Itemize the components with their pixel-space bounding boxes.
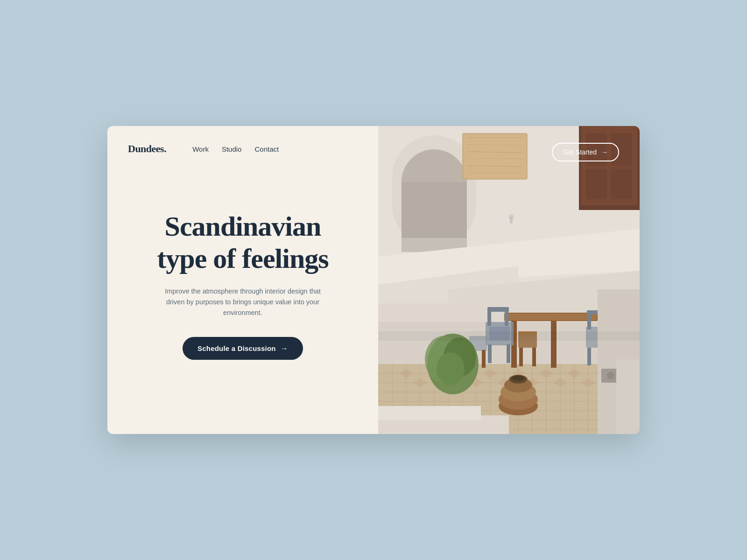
svg-rect-112 bbox=[378, 126, 640, 434]
nav-link-work[interactable]: Work bbox=[192, 145, 209, 153]
nav-bar: Dundees. Work Studio Contact bbox=[107, 126, 378, 155]
main-card: Dundees. Work Studio Contact Scandinavia… bbox=[107, 126, 640, 434]
schedule-discussion-button[interactable]: Schedule a Discussion → bbox=[183, 337, 303, 360]
right-panel: Get Started → bbox=[378, 126, 640, 434]
nav-link-contact[interactable]: Contact bbox=[254, 145, 279, 153]
hero-content: Scandinavian type of feelings Improve th… bbox=[107, 155, 378, 434]
get-started-arrow-icon: → bbox=[601, 148, 608, 156]
nav-link-studio[interactable]: Studio bbox=[222, 145, 242, 153]
hero-subtitle: Improve the atmosphere through interior … bbox=[163, 286, 322, 319]
photo-scene bbox=[378, 126, 640, 434]
hero-title: Scandinavian type of feelings bbox=[157, 210, 328, 275]
get-started-label: Get Started bbox=[563, 148, 597, 156]
get-started-button[interactable]: Get Started → bbox=[552, 143, 619, 161]
cta-label: Schedule a Discussion bbox=[197, 344, 276, 352]
logo: Dundees. bbox=[128, 143, 166, 155]
cta-arrow-icon: → bbox=[281, 345, 288, 352]
left-panel: Dundees. Work Studio Contact Scandinavia… bbox=[107, 126, 378, 434]
nav-links: Work Studio Contact bbox=[192, 145, 279, 153]
